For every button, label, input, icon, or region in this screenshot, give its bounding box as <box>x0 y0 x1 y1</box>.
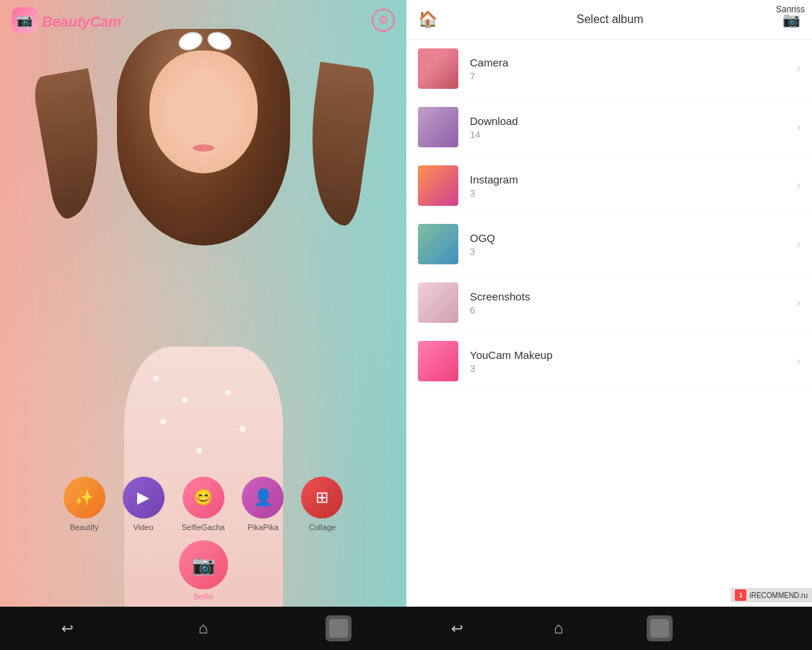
selfie-label: Selfie <box>193 592 214 601</box>
video-icon: ▶ <box>123 477 165 519</box>
right-top-bar: 🏠 Select album 📷 <box>406 0 812 40</box>
nav-recent-left[interactable] <box>323 612 354 644</box>
album-item-download[interactable]: Download 14 › <box>406 98 812 157</box>
recent-inner-right <box>650 619 669 638</box>
recent-icon-right <box>647 615 673 641</box>
album-count-instagram: 3 <box>470 188 797 199</box>
collage-icon: ⊞ <box>301 477 343 519</box>
selfie-gacha-icon: 😊 <box>183 477 224 519</box>
album-info-ogq: OGQ 3 <box>470 232 797 257</box>
chevron-icon-youcam: › <box>797 355 800 368</box>
chevron-icon-instagram: › <box>797 179 800 192</box>
album-count-ogq: 3 <box>470 246 797 257</box>
nav-back-right[interactable]: ↩ <box>441 612 473 644</box>
album-thumb-youcam <box>418 341 458 381</box>
left-panel: 📷 BeautyCam· ⚙ ✨ Beautify ▶ Video <box>0 0 406 607</box>
beautify-button[interactable]: ✨ Beautify <box>64 477 105 532</box>
beautify-icon: ✨ <box>64 477 105 519</box>
chevron-icon-download: › <box>797 121 800 134</box>
album-info-camera: Camera 7 <box>470 56 797 82</box>
nav-right: ↩ ⌂ 1 iRECOMMEND.ru <box>406 607 812 650</box>
album-count-screenshots: 6 <box>470 305 797 316</box>
album-name-download: Download <box>470 115 797 127</box>
home-icon[interactable]: 🏠 <box>418 10 437 29</box>
logo-text: BeautyCam· <box>42 10 125 30</box>
album-name-youcam: YouCam Makeup <box>470 349 797 361</box>
irecommend-badge: 1 iRECOMMEND.ru <box>730 588 812 602</box>
home-icon-left: ⌂ <box>198 619 208 638</box>
album-info-youcam: YouCam Makeup 3 <box>470 349 797 374</box>
album-count-download: 14 <box>470 129 797 140</box>
thumb-ogq-image <box>418 224 458 264</box>
video-label: Video <box>134 523 154 532</box>
left-top-bar: 📷 BeautyCam· ⚙ <box>0 0 406 40</box>
album-thumb-screenshots <box>418 282 458 323</box>
beautify-label: Beautify <box>70 523 99 532</box>
irecommend-text: iRECOMMEND.ru <box>749 592 808 599</box>
nav-irecommend[interactable]: 1 iRECOMMEND.ru <box>746 612 777 644</box>
pika-pika-icon: 👤 <box>242 477 284 519</box>
selfie-button[interactable]: 📷 Selfie <box>179 540 228 601</box>
back-icon-left: ↩ <box>61 620 74 637</box>
album-thumb-ogq <box>418 224 458 264</box>
album-item-instagram[interactable]: Instagram 3 › <box>406 157 812 215</box>
album-info-screenshots: Screenshots 6 <box>470 290 797 316</box>
left-bottom-bar: ✨ Beautify ▶ Video 😊 SelfieGacha 👤 PikaP… <box>0 477 406 563</box>
recent-icon-left <box>326 615 352 641</box>
album-thumb-download <box>418 107 458 147</box>
album-thumb-camera <box>418 48 458 89</box>
thumb-instagram-image <box>418 165 458 206</box>
album-item-camera[interactable]: Camera 7 › <box>406 40 812 98</box>
logo-icon: 📷 <box>12 7 38 33</box>
album-count-camera: 7 <box>470 71 797 82</box>
album-name-camera: Camera <box>470 56 797 69</box>
album-name-screenshots: Screenshots <box>470 290 797 303</box>
selfie-circle-icon: 📷 <box>179 540 228 589</box>
chevron-icon-camera: › <box>797 62 800 75</box>
collage-label: Collage <box>309 523 336 532</box>
album-name-instagram: Instagram <box>470 173 797 186</box>
thumb-screenshots-image <box>418 282 458 323</box>
chevron-icon-screenshots: › <box>797 296 800 309</box>
back-icon-right: ↩ <box>451 620 463 637</box>
nav-left: ↩ ⌂ <box>0 607 406 650</box>
collage-button[interactable]: ⊞ Collage <box>301 477 343 532</box>
action-buttons-row: ✨ Beautify ▶ Video 😊 SelfieGacha 👤 PikaP… <box>64 477 344 532</box>
face <box>149 51 258 173</box>
irecommend-logo: 1 <box>735 589 746 601</box>
thumb-camera-image <box>418 48 458 89</box>
bottom-nav: ↩ ⌂ ↩ ⌂ <box>0 607 812 650</box>
album-count-youcam: 3 <box>470 363 797 374</box>
album-name-ogq: OGQ <box>470 232 797 244</box>
chevron-icon-ogq: › <box>797 238 800 251</box>
thumb-download-image <box>418 107 458 147</box>
album-info-download: Download 14 <box>470 115 797 140</box>
watermark-text: Sanriss <box>776 4 805 14</box>
selfie-gacha-label: SelfieGacha <box>182 523 225 532</box>
video-button[interactable]: ▶ Video <box>123 477 165 532</box>
album-item-youcam[interactable]: YouCam Makeup 3 › <box>406 332 812 391</box>
thumb-youcam-image <box>418 341 458 381</box>
nav-home-left[interactable]: ⌂ <box>187 612 219 644</box>
nav-home-right[interactable]: ⌂ <box>543 612 575 644</box>
pika-pika-button[interactable]: 👤 PikaPika <box>242 477 284 532</box>
album-info-instagram: Instagram 3 <box>470 173 797 199</box>
album-item-ogq[interactable]: OGQ 3 › <box>406 215 812 274</box>
album-list: Camera 7 › Download 14 › <box>406 40 812 607</box>
nav-recent-right[interactable] <box>644 612 676 644</box>
selfie-gacha-button[interactable]: 😊 SelfieGacha <box>182 477 225 532</box>
app-logo: 📷 BeautyCam· <box>12 7 125 33</box>
nav-back-left[interactable]: ↩ <box>52 612 84 644</box>
right-panel: 🏠 Select album 📷 Camera 7 › <box>406 0 812 607</box>
recent-inner-left <box>329 619 348 638</box>
album-thumb-instagram <box>418 165 458 206</box>
pika-pika-label: PikaPika <box>248 523 279 532</box>
settings-icon[interactable]: ⚙ <box>372 9 395 32</box>
home-icon-right: ⌂ <box>554 619 563 638</box>
album-item-screenshots[interactable]: Screenshots 6 › <box>406 274 812 332</box>
select-album-title: Select album <box>577 13 644 26</box>
